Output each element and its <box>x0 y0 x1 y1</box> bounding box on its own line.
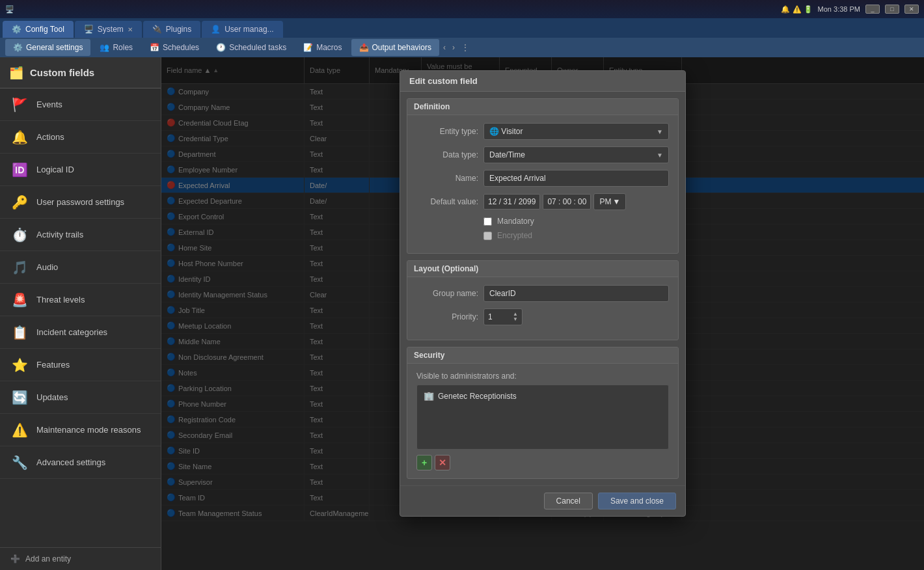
data-type-label: Data type: <box>416 150 478 159</box>
save-and-close-button[interactable]: Save and close <box>598 493 676 509</box>
modal-title-bar: Edit custom field <box>400 71 685 92</box>
add-security-button[interactable]: + <box>416 455 432 470</box>
datetime-picker: 12 / 31 / 2099 07 : 00 : 00 PM ▼ <box>483 193 669 210</box>
incident-categories-icon: 📋 <box>10 325 29 340</box>
group-name-row: Group name: <box>416 285 669 302</box>
system-tray-icons: 🔔 ⚠️ 🔋 <box>781 5 812 14</box>
content-area: Field name ▲ Data type Mandatory Value m… <box>161 57 924 570</box>
custom-fields-icon: 🗂️ <box>9 66 23 80</box>
ampm-arrow: ▼ <box>613 197 621 206</box>
security-list-item: 🏢 Genetec Receptionists <box>421 389 664 403</box>
advanced-icon: 🔧 <box>10 455 29 470</box>
sidebar-item-audio[interactable]: 🎵 Audio <box>0 251 161 284</box>
threat-levels-icon: 🚨 <box>10 292 29 308</box>
nav-general-icon: ⚙️ <box>13 43 23 52</box>
tab-user-label: User manag... <box>224 25 273 34</box>
nav-output-behaviors[interactable]: 📤 Output behaviors <box>351 39 439 56</box>
logical-id-icon: 🆔 <box>10 162 29 178</box>
sidebar-item-threat-levels[interactable]: 🚨 Threat levels <box>0 284 161 316</box>
sidebar-item-user-password[interactable]: 🔑 User password settings <box>0 186 161 219</box>
cancel-button[interactable]: Cancel <box>544 493 593 509</box>
close-button[interactable]: ✕ <box>904 5 919 14</box>
ampm-dropdown[interactable]: PM ▼ <box>593 193 626 210</box>
tab-plugins-label: Plugins <box>166 25 191 34</box>
time-part[interactable]: 07 : 00 : 00 <box>543 194 591 210</box>
data-type-value: Date/Time <box>489 150 525 159</box>
nav-roles-label: Roles <box>113 43 133 52</box>
nav-macros-label: Macros <box>316 43 342 52</box>
sidebar-item-activity-trails[interactable]: ⏱️ Activity trails <box>0 219 161 251</box>
nav-roles[interactable]: 👥 Roles <box>92 39 141 56</box>
nav-roles-icon: 👥 <box>100 43 109 52</box>
nav-output-label: Output behaviors <box>372 43 431 52</box>
sidebar-item-logical-id[interactable]: 🆔 Logical ID <box>0 154 161 186</box>
mandatory-row: Mandatory <box>483 217 669 226</box>
nav-schedules-icon: 📅 <box>150 43 159 52</box>
sidebar-user-password-label: User password settings <box>36 197 124 207</box>
tab-user-icon: 👤 <box>211 25 221 34</box>
name-label: Name: <box>416 174 478 183</box>
modal-title: Edit custom field <box>409 76 478 86</box>
tab-plugins[interactable]: 🔌 Plugins <box>143 21 200 38</box>
tab-config-label: Config Tool <box>25 25 64 34</box>
sidebar-item-actions[interactable]: 🔔 Actions <box>0 121 161 154</box>
layout-header: Layout (Optional) <box>407 261 678 277</box>
date-part[interactable]: 12 / 31 / 2099 <box>483 194 540 210</box>
add-entity-label: Add an entity <box>25 554 71 563</box>
mandatory-checkbox[interactable] <box>483 217 492 226</box>
nav-macros[interactable]: 📝 Macros <box>295 39 349 56</box>
nav-more-icon[interactable]: ⋮ <box>459 43 472 52</box>
encrypted-checkbox[interactable] <box>483 232 492 240</box>
events-icon: 🚩 <box>10 97 29 113</box>
definition-section: Definition Entity type: 🌐 Visitor ▼ Data… <box>407 98 679 254</box>
maximize-button[interactable]: □ <box>885 5 899 14</box>
group-name-input[interactable] <box>483 285 669 302</box>
nav-tasks-icon: 🕐 <box>216 43 226 52</box>
sidebar-item-updates[interactable]: 🔄 Updates <box>0 381 161 414</box>
entity-type-dropdown[interactable]: 🌐 Visitor ▼ <box>483 123 669 140</box>
sidebar-activity-trails-label: Activity trails <box>36 230 83 239</box>
minimize-button[interactable]: _ <box>865 5 880 14</box>
tab-system-close[interactable]: ✕ <box>128 26 133 33</box>
nav-forward-arrow[interactable]: › <box>450 43 457 52</box>
sidebar-item-maintenance[interactable]: ⚠️ Maintenance mode reasons <box>0 414 161 446</box>
spinner-arrows: ▲ ▼ <box>513 312 518 322</box>
layout-body: Group name: Priority: 1 ▲ ▼ <box>407 277 678 340</box>
tab-user-mgmt[interactable]: 👤 User manag... <box>202 21 282 38</box>
entity-type-row: Entity type: 🌐 Visitor ▼ <box>416 123 669 140</box>
spinner-down-arrow[interactable]: ▼ <box>513 317 518 322</box>
security-list: 🏢 Genetec Receptionists <box>416 385 669 450</box>
tab-config-icon: ⚙️ <box>12 25 21 34</box>
remove-security-button[interactable]: ✕ <box>435 455 450 470</box>
sidebar-item-features[interactable]: ⭐ Features <box>0 349 161 381</box>
audio-icon: 🎵 <box>10 260 29 275</box>
priority-row: Priority: 1 ▲ ▼ <box>416 308 669 325</box>
data-type-dropdown[interactable]: Date/Time ▼ <box>483 146 669 163</box>
name-input[interactable] <box>483 170 669 187</box>
sidebar: 🗂️ Custom fields 🚩 Events 🔔 Actions 🆔 Lo… <box>0 57 161 570</box>
definition-body: Entity type: 🌐 Visitor ▼ Data type: Date… <box>407 115 678 253</box>
title-bar-right: 🔔 ⚠️ 🔋 Mon 3:38 PM _ □ ✕ <box>781 5 919 14</box>
tab-system[interactable]: 🖥️ System ✕ <box>75 21 142 38</box>
entity-type-label: Entity type: <box>416 127 478 136</box>
sidebar-incident-label: Incident categories <box>36 327 107 337</box>
sidebar-item-incident-categories[interactable]: 📋 Incident categories <box>0 316 161 349</box>
modal-footer: Cancel Save and close <box>400 485 685 516</box>
sidebar-item-advanced[interactable]: 🔧 Advanced settings <box>0 446 161 479</box>
receptionists-label: Genetec Receptionists <box>438 392 517 401</box>
default-value-label: Default value: <box>416 197 478 206</box>
modal-overlay: Edit custom field Definition Entity type… <box>161 57 924 570</box>
entity-type-value: 🌐 Visitor <box>489 127 523 136</box>
add-entity-button[interactable]: ➕ Add an entity <box>0 547 161 570</box>
tab-config-tool[interactable]: ⚙️ Config Tool <box>3 21 74 38</box>
sidebar-audio-label: Audio <box>36 262 58 272</box>
sidebar-events-label: Events <box>36 100 62 109</box>
sidebar-item-events[interactable]: 🚩 Events <box>0 88 161 121</box>
nav-scheduled-tasks[interactable]: 🕐 Scheduled tasks <box>208 39 294 56</box>
nav-back-arrow[interactable]: ‹ <box>441 43 448 52</box>
mandatory-label: Mandatory <box>497 217 534 226</box>
name-row: Name: <box>416 170 669 187</box>
nav-general-settings[interactable]: ⚙️ General settings <box>5 39 90 56</box>
nav-schedules[interactable]: 📅 Schedules <box>142 39 207 56</box>
priority-spinner[interactable]: 1 ▲ ▼ <box>483 308 523 325</box>
